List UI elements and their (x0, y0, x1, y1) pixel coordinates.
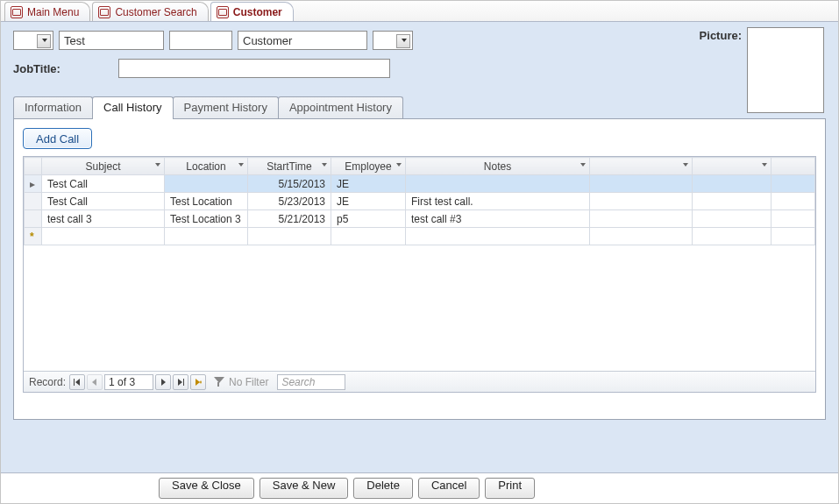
cancel-button[interactable]: Cancel (418, 478, 480, 499)
cell-start[interactable]: 5/21/2013 (248, 210, 331, 228)
row-selector[interactable] (25, 210, 42, 228)
chevron-down-icon[interactable] (683, 163, 688, 167)
cell-empty[interactable] (693, 228, 771, 245)
col-location[interactable]: Location (165, 158, 248, 175)
table-row[interactable]: test call 3 Test Location 3 5/21/2013 p5… (25, 210, 815, 228)
chevron-down-icon[interactable] (396, 163, 402, 167)
cell-employee[interactable]: p5 (331, 210, 406, 228)
col-spare-2[interactable] (693, 158, 771, 175)
call-grid[interactable]: Subject Location StartTime Employee Note… (24, 157, 815, 245)
inner-tab-label: Call History (103, 101, 161, 114)
nav-next-button[interactable] (155, 374, 171, 390)
cell-employee[interactable]: JE (331, 175, 406, 193)
cell-empty[interactable] (771, 228, 815, 245)
tab-appointment-history[interactable]: Appointment History (278, 96, 403, 119)
button-label: Delete (366, 479, 400, 492)
add-call-button[interactable]: Add Call (23, 128, 92, 149)
filter-status[interactable]: No Filter (229, 376, 268, 388)
cell-location[interactable] (165, 175, 248, 193)
cell-start[interactable]: 5/23/2013 (248, 193, 331, 210)
cell-empty[interactable] (406, 228, 590, 245)
cell-location[interactable]: Test Location (165, 193, 248, 210)
col-spare-1[interactable] (590, 158, 693, 175)
row-selector-new[interactable]: * (25, 228, 42, 245)
chevron-down-icon[interactable] (762, 163, 767, 167)
col-starttime[interactable]: StartTime (248, 158, 331, 175)
grid-search-input[interactable]: Search (277, 374, 345, 390)
nav-last-button[interactable] (173, 374, 188, 390)
cell-spare[interactable] (693, 210, 771, 228)
search-placeholder: Search (281, 376, 315, 388)
record-counter[interactable]: 1 of 3 (104, 374, 153, 390)
form-action-bar: Save & Close Save & New Delete Cancel Pr… (1, 473, 838, 503)
row-selector[interactable] (25, 193, 42, 210)
button-label: Save & New (273, 479, 336, 492)
first-name-field[interactable]: Test (59, 31, 164, 50)
first-name-value: Test (64, 34, 85, 47)
inner-tab-label: Information (25, 101, 82, 114)
cell-spare[interactable] (693, 175, 771, 193)
tab-call-history[interactable]: Call History (92, 96, 173, 119)
cell-spare[interactable] (771, 210, 815, 228)
nav-prev-button[interactable] (87, 374, 103, 390)
cell-notes[interactable]: test call #3 (406, 210, 590, 228)
cell-employee[interactable]: JE (331, 193, 406, 210)
chevron-down-icon[interactable] (580, 163, 586, 167)
table-row[interactable]: Test Call Test Location 5/23/2013 JE Fir… (25, 193, 815, 210)
tab-payment-history[interactable]: Payment History (173, 96, 279, 119)
cell-spare[interactable] (771, 175, 815, 193)
col-label: Notes (484, 160, 511, 173)
table-row-new[interactable]: * (25, 228, 815, 245)
select-all-corner[interactable] (25, 158, 42, 175)
delete-button[interactable]: Delete (353, 478, 413, 499)
cell-subject[interactable]: Test Call (42, 175, 165, 193)
title-combo[interactable] (13, 31, 53, 50)
inner-tab-label: Payment History (184, 101, 267, 114)
cell-spare[interactable] (590, 193, 693, 210)
filter-icon (213, 376, 225, 388)
chevron-down-icon[interactable] (155, 163, 160, 167)
cell-spare[interactable] (771, 193, 815, 210)
save-close-button[interactable]: Save & Close (159, 478, 254, 499)
chevron-down-icon[interactable] (238, 163, 244, 167)
row-selector-current[interactable]: ▸ (25, 175, 42, 193)
cell-notes[interactable]: First test call. (406, 193, 590, 210)
picture-box[interactable] (747, 27, 824, 113)
nav-new-button[interactable] (190, 374, 206, 390)
last-name-field[interactable]: Customer (238, 31, 367, 50)
record-counter-text: 1 of 3 (109, 376, 135, 388)
cell-spare[interactable] (693, 193, 771, 210)
cell-empty[interactable] (165, 228, 248, 245)
job-title-field[interactable] (118, 59, 390, 78)
window-tab-customer[interactable]: Customer (210, 2, 294, 21)
cell-start[interactable]: 5/15/2013 (248, 175, 331, 193)
col-notes[interactable]: Notes (406, 158, 590, 175)
print-button[interactable]: Print (485, 478, 535, 499)
col-employee[interactable]: Employee (331, 158, 406, 175)
cell-empty[interactable] (590, 228, 693, 245)
save-new-button[interactable]: Save & New (260, 478, 349, 499)
middle-name-field[interactable] (169, 31, 232, 50)
col-subject[interactable]: Subject (42, 158, 165, 175)
window-tab-customer-search[interactable]: Customer Search (92, 2, 208, 21)
tab-information[interactable]: Information (13, 96, 93, 119)
cell-spare[interactable] (590, 175, 693, 193)
chevron-down-icon[interactable] (322, 163, 327, 167)
cell-subject[interactable]: test call 3 (42, 210, 165, 228)
window-tab-label: Customer (233, 6, 282, 18)
cell-subject[interactable]: Test Call (42, 193, 165, 210)
cell-empty[interactable] (248, 228, 331, 245)
cell-empty[interactable] (331, 228, 406, 245)
add-call-label: Add Call (36, 132, 79, 146)
col-spare-3[interactable] (771, 158, 815, 175)
cell-empty[interactable] (42, 228, 165, 245)
cell-spare[interactable] (590, 210, 693, 228)
suffix-combo[interactable] (373, 31, 413, 50)
nav-first-button[interactable] (69, 374, 85, 390)
record-label: Record: (29, 376, 66, 388)
cell-location[interactable]: Test Location 3 (165, 210, 248, 228)
cell-notes[interactable] (406, 175, 590, 193)
table-row[interactable]: ▸ Test Call 5/15/2013 JE (25, 175, 815, 193)
window-tab-main-menu[interactable]: Main Menu (4, 2, 90, 21)
window-tab-label: Customer Search (115, 6, 196, 18)
